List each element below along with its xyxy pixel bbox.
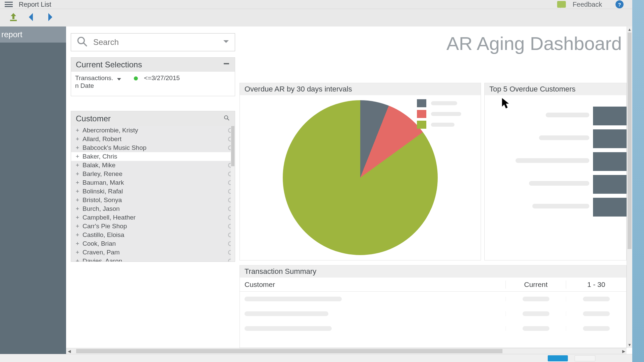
- top5-title: Top 5 Overdue Customers: [485, 83, 626, 95]
- list-item[interactable]: +Baker, Chris: [71, 152, 235, 161]
- list-item[interactable]: +Barley, Renee: [71, 170, 235, 178]
- search-dropdown-icon[interactable]: [222, 38, 230, 47]
- customer-scrollbar[interactable]: [231, 126, 235, 261]
- customer-title: Customer: [76, 114, 111, 123]
- top5-row[interactable]: [485, 173, 626, 196]
- list-item[interactable]: +Abercrombie, Kristy: [71, 126, 235, 135]
- expand-icon[interactable]: +: [74, 197, 80, 204]
- top5-panel: Top 5 Overdue Customers: [484, 83, 627, 260]
- top5-row[interactable]: [485, 105, 626, 127]
- scroll-track[interactable]: [627, 33, 632, 342]
- transaction-summary-columns: Customer Current 1 - 30: [240, 278, 626, 292]
- list-item[interactable]: +Babcock's Music Shop: [71, 143, 235, 152]
- list-item[interactable]: +Davies, Aaron: [71, 257, 235, 261]
- expand-icon[interactable]: +: [74, 144, 80, 152]
- customer-panel: Customer +Abercrombie, Kristy+Allard, Ro…: [71, 111, 235, 262]
- table-row[interactable]: [240, 306, 626, 321]
- toolbar: [0, 9, 632, 26]
- hamburger-icon[interactable]: [5, 2, 13, 7]
- customer-scrollbar-thumb[interactable]: [231, 126, 234, 166]
- list-item[interactable]: +Craven, Pam: [71, 248, 235, 257]
- expand-icon[interactable]: +: [74, 223, 80, 230]
- expand-icon[interactable]: +: [74, 136, 80, 143]
- selection-value: <=3/27/2015: [144, 74, 180, 82]
- list-item[interactable]: +Castillo, Eloisa: [71, 231, 235, 239]
- scroll-left-icon[interactable]: ◀: [66, 348, 72, 354]
- customer-search-icon[interactable]: [223, 114, 230, 123]
- expand-icon[interactable]: +: [74, 188, 80, 195]
- scroll-thumb[interactable]: [628, 33, 632, 249]
- list-item[interactable]: +Balak, Mike: [71, 161, 235, 170]
- pie-panel-title: Overdue AR by 30 days intervals: [240, 83, 481, 95]
- search-input[interactable]: [93, 38, 217, 47]
- footer-secondary-button[interactable]: [575, 355, 595, 361]
- table-row[interactable]: [240, 321, 626, 336]
- scroll-down-icon[interactable]: ▼: [627, 342, 632, 348]
- feedback-icon[interactable]: [557, 1, 566, 8]
- footer-primary-button[interactable]: [548, 355, 568, 361]
- customer-header: Customer: [71, 111, 235, 126]
- top5-value-bar: [593, 152, 627, 171]
- hscroll-thumb[interactable]: [76, 349, 502, 353]
- top5-body: [485, 95, 626, 260]
- expand-icon[interactable]: +: [74, 171, 80, 178]
- expand-icon[interactable]: +: [74, 258, 80, 262]
- scroll-right-icon[interactable]: ▶: [621, 348, 627, 354]
- pie-legend: [417, 99, 461, 129]
- customer-name: Allard, Robert: [80, 135, 228, 143]
- selection-caret-icon[interactable]: [116, 76, 122, 83]
- list-item[interactable]: +Allard, Robert: [71, 135, 235, 143]
- cell-placeholder: [583, 297, 610, 301]
- col-customer[interactable]: Customer: [240, 281, 505, 289]
- nav-back-icon[interactable]: [26, 12, 37, 24]
- customer-list[interactable]: +Abercrombie, Kristy+Allard, Robert+Babc…: [71, 126, 235, 261]
- list-item[interactable]: +Bolinski, Rafal: [71, 187, 235, 196]
- svg-rect-2: [224, 63, 229, 64]
- svg-point-3: [224, 116, 228, 119]
- col-current[interactable]: Current: [505, 281, 566, 289]
- expand-icon[interactable]: +: [74, 240, 80, 247]
- svg-point-0: [78, 37, 84, 44]
- scroll-up-icon[interactable]: ▲: [627, 26, 632, 33]
- list-item[interactable]: +Burch, Jason: [71, 204, 235, 213]
- cell-placeholder: [523, 297, 549, 301]
- cell-placeholder: [523, 326, 549, 331]
- top5-name-placeholder: [516, 158, 589, 163]
- expand-icon[interactable]: +: [74, 205, 80, 213]
- customer-name: Bristol, Sonya: [80, 196, 228, 204]
- expand-icon[interactable]: +: [74, 162, 80, 169]
- expand-icon[interactable]: +: [74, 127, 80, 134]
- expand-icon[interactable]: +: [74, 232, 80, 239]
- top5-value-bar: [593, 107, 627, 125]
- list-item[interactable]: +Campbell, Heather: [71, 213, 235, 222]
- help-icon[interactable]: ?: [615, 0, 624, 8]
- customer-name: Abercrombie, Kristy: [80, 127, 228, 134]
- list-item[interactable]: +Carr's Pie Shop: [71, 222, 235, 231]
- horizontal-scrollbar[interactable]: ◀ ▶: [66, 348, 627, 354]
- collapse-icon[interactable]: [223, 60, 230, 69]
- cell-placeholder: [583, 326, 610, 331]
- search-icon: [76, 36, 88, 49]
- search-box[interactable]: [71, 33, 235, 51]
- expand-icon[interactable]: +: [74, 214, 80, 221]
- nav-forward-icon[interactable]: [44, 12, 55, 24]
- list-item[interactable]: +Cook, Brian: [71, 239, 235, 248]
- top5-row[interactable]: [485, 150, 626, 173]
- list-item[interactable]: +Bauman, Mark: [71, 178, 235, 187]
- col-1-30[interactable]: 1 - 30: [566, 281, 626, 289]
- selection-field: Transactions. n Date: [75, 74, 113, 90]
- list-item[interactable]: +Bristol, Sonya: [71, 196, 235, 204]
- export-icon[interactable]: [8, 12, 19, 24]
- selection-status-dot: [134, 76, 138, 80]
- table-row[interactable]: [240, 292, 626, 306]
- expand-icon[interactable]: +: [74, 249, 80, 256]
- vertical-scrollbar[interactable]: ▲ ▼: [627, 26, 632, 348]
- expand-icon[interactable]: +: [74, 153, 80, 160]
- pie-chart[interactable]: [240, 95, 481, 260]
- nav-item-report[interactable]: report: [0, 26, 66, 43]
- top5-row[interactable]: [485, 127, 626, 150]
- customer-name: Cook, Brian: [80, 240, 228, 247]
- expand-icon[interactable]: +: [74, 179, 80, 186]
- feedback-label[interactable]: Feedback: [573, 1, 602, 8]
- top5-row[interactable]: [485, 196, 626, 219]
